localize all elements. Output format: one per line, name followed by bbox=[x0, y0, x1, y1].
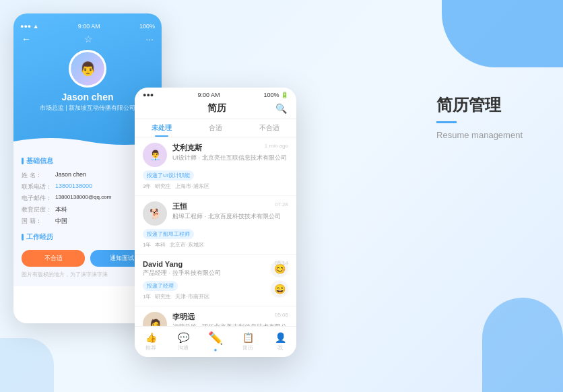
nav-item-chat[interactable]: 💬 沟通 bbox=[167, 327, 199, 357]
nav-label-me: 我 bbox=[277, 344, 283, 352]
candidate-2-name: 王恒 bbox=[172, 201, 288, 211]
nav-icon-resume: 📋 bbox=[242, 332, 254, 343]
candidate-1-stats: 3年 研究生 上海市·浦东区 bbox=[143, 183, 288, 190]
avatar-2: 🐕 bbox=[143, 201, 167, 226]
info-row-phone: 联系电话： 13800138000 bbox=[22, 183, 154, 191]
copyright-notice: 图片有版权的地方，为了涞字涞字涞 bbox=[22, 271, 154, 278]
info-label-name: 姓 名： bbox=[22, 171, 55, 180]
resume-item-1[interactable]: 1 min ago 👨‍💼 艾利克斯 UI设计师 · 北京亮仕互联信息技术有限公… bbox=[135, 137, 296, 196]
resume-list: 1 min ago 👨‍💼 艾利克斯 UI设计师 · 北京亮仕互联信息技术有限公… bbox=[135, 137, 296, 333]
nav-label-center: ● bbox=[214, 347, 218, 353]
back-icon[interactable]: ← bbox=[22, 34, 31, 44]
bg-decoration-bottom-right bbox=[482, 298, 563, 392]
bottom-nav: 👍 推荐 💬 沟通 ✏️ ● 📋 简历 👤 我 bbox=[135, 326, 296, 357]
star-icon[interactable]: ☆ bbox=[84, 34, 93, 44]
avatar-image: 👨 bbox=[71, 52, 104, 86]
info-row-email: 电子邮件： 13800138000@qq.com bbox=[22, 194, 154, 203]
nav-item-me[interactable]: 👤 我 bbox=[264, 327, 296, 357]
info-value-phone[interactable]: 13800138000 bbox=[55, 183, 92, 191]
candidate-2-company: 船埠工程师 · 北京百度科技技术有限公司 bbox=[172, 212, 288, 221]
resume-status-battery: 100% 🔋 bbox=[263, 92, 288, 98]
candidate-1-tags: 投递了UI设计职能 bbox=[143, 170, 288, 181]
candidate-1-company: UI设计师 · 北京亮仕互联信息技术有限公司 bbox=[172, 154, 288, 162]
info-label-nationality: 国 籍： bbox=[22, 217, 55, 226]
info-value-email: 13800138000@qq.com bbox=[55, 194, 111, 203]
candidate-3-top: David Yang 产品经理 · 拉乎科技有限公司 投递了经理 1年 研究生 … bbox=[143, 260, 288, 300]
profile-name: Jason chen bbox=[61, 92, 113, 102]
right-panel: 简历管理 Resume management bbox=[436, 94, 523, 140]
stat-2-exp: 1年 bbox=[143, 241, 151, 249]
avatar-1: 👨‍💼 bbox=[143, 143, 167, 167]
nav-label-recommend: 推荐 bbox=[145, 344, 156, 352]
right-panel-subtitle: Resume management bbox=[436, 130, 523, 140]
basic-info-title: 基础信息 bbox=[22, 156, 154, 166]
right-panel-divider bbox=[436, 121, 457, 123]
resume-tabs: 未处理 合适 不合适 bbox=[135, 119, 296, 137]
candidate-4-name: 李明远 bbox=[172, 312, 288, 322]
profile-subtitle: 市场总监 | 新加坡互动传播有限公司 bbox=[33, 104, 142, 112]
status-bar: ●●● ▲ 9:00 AM 100% bbox=[13, 22, 162, 31]
nav-item-center[interactable]: ✏️ ● bbox=[199, 327, 232, 357]
info-row-name: 姓 名： Jason chen bbox=[22, 171, 154, 180]
nav-icon-chat: 💬 bbox=[178, 332, 189, 343]
stat-1-exp: 3年 bbox=[143, 183, 151, 190]
phone-resume: ●●● 9:00 AM 100% 🔋 简历 🔍 未处理 合适 不合适 1 min… bbox=[135, 88, 296, 357]
stat-2-edu: 本科 bbox=[155, 241, 166, 249]
bg-decoration-bottom-left bbox=[0, 338, 54, 392]
bg-decoration-top-right bbox=[442, 0, 563, 67]
stat-1-loc: 上海市·浦东区 bbox=[175, 183, 209, 190]
info-label-email: 电子邮件： bbox=[22, 194, 55, 203]
time-1: 1 min ago bbox=[265, 143, 288, 149]
time-2: 07:28 bbox=[275, 201, 288, 207]
nav-label-resume: 简历 bbox=[242, 344, 253, 352]
stat-1-edu: 研究生 bbox=[155, 183, 171, 190]
info-row-education: 教育层度： 本科 bbox=[22, 205, 154, 214]
candidate-3-company: 产品经理 · 拉乎科技有限公司 bbox=[143, 269, 265, 277]
info-value-nationality: 中国 bbox=[55, 217, 67, 226]
resume-header-title: 简历 bbox=[207, 102, 226, 115]
reject-button[interactable]: 不合适 bbox=[22, 250, 85, 267]
action-buttons: 不合适 通知面试 bbox=[22, 250, 154, 267]
time-3: 05:14 bbox=[275, 260, 288, 266]
tag-1: 投递了UI设计职能 bbox=[143, 170, 194, 181]
status-dots: ●●● ▲ bbox=[20, 23, 39, 30]
status-battery: 100% bbox=[139, 23, 155, 30]
tab-unsuitable[interactable]: 不合适 bbox=[242, 119, 296, 137]
resume-header: 简历 🔍 bbox=[135, 100, 296, 119]
search-icon[interactable]: 🔍 bbox=[275, 103, 287, 114]
candidate-3-stats: 1年 研究生 天津·市南开区 bbox=[143, 293, 265, 300]
resume-item-2[interactable]: 07:28 🐕 王恒 船埠工程师 · 北京百度科技技术有限公司 投递了船埠工程师… bbox=[135, 196, 296, 255]
candidate-3-tags: 投递了经理 bbox=[143, 281, 265, 291]
candidate-3-name: David Yang bbox=[143, 260, 265, 268]
resume-status-bar: ●●● 9:00 AM 100% 🔋 bbox=[135, 88, 296, 100]
work-section-title: 工作经历 bbox=[22, 232, 154, 242]
nav-item-recommend[interactable]: 👍 推荐 bbox=[135, 327, 167, 357]
work-section: 工作经历 bbox=[22, 232, 154, 242]
resume-status-dots: ●●● bbox=[143, 92, 154, 98]
avatar-container: 👨 bbox=[69, 50, 106, 88]
info-row-nationality: 国 籍： 中国 bbox=[22, 217, 154, 226]
tab-pending[interactable]: 未处理 bbox=[135, 119, 189, 137]
candidate-2-stats: 1年 本科 北京市·东城区 bbox=[143, 241, 288, 249]
time-4: 05:08 bbox=[275, 312, 288, 318]
tag-3: 投递了经理 bbox=[143, 281, 178, 291]
nav-icon-recommend: 👍 bbox=[145, 332, 157, 343]
candidate-2-info: 王恒 船埠工程师 · 北京百度科技技术有限公司 bbox=[172, 201, 288, 221]
tag-2: 投递了船埠工程师 bbox=[143, 229, 194, 239]
resume-status-time: 9:00 AM bbox=[197, 92, 220, 98]
profile-nav-bar: ← ☆ ··· bbox=[13, 31, 162, 47]
right-panel-title: 简历管理 bbox=[436, 94, 523, 116]
stat-2-loc: 北京市·东城区 bbox=[170, 241, 203, 249]
info-label-education: 教育层度： bbox=[22, 205, 55, 214]
emoji-icon-smile[interactable]: 😄 bbox=[271, 280, 288, 298]
tab-suitable[interactable]: 合适 bbox=[189, 119, 242, 137]
nav-item-resume[interactable]: 📋 简历 bbox=[232, 327, 264, 357]
info-label-phone: 联系电话： bbox=[22, 183, 55, 191]
status-time: 9:00 AM bbox=[78, 23, 100, 30]
candidate-3-info: David Yang 产品经理 · 拉乎科技有限公司 投递了经理 1年 研究生 … bbox=[143, 260, 265, 300]
nav-label-chat: 沟通 bbox=[178, 344, 189, 352]
candidate-2-top: 🐕 王恒 船埠工程师 · 北京百度科技技术有限公司 bbox=[143, 201, 288, 226]
resume-item-3[interactable]: 05:14 David Yang 产品经理 · 拉乎科技有限公司 投递了经理 1… bbox=[135, 255, 296, 306]
info-value-name: Jason chen bbox=[55, 171, 86, 180]
more-icon[interactable]: ··· bbox=[145, 34, 154, 44]
